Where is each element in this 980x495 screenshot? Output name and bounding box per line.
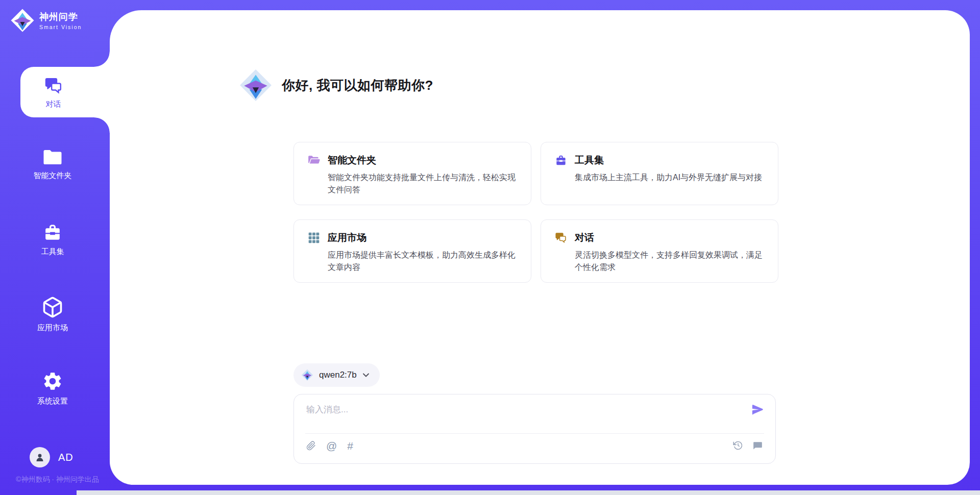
grid-icon [307,231,321,244]
message-input[interactable] [306,404,735,429]
paperclip-icon [306,440,316,451]
at-icon: @ [326,440,337,452]
sidebar: 神州问学 Smart Vision 对话 智能文件夹 [0,0,110,495]
feature-cards: 智能文件夹 智能文件夹功能支持批量文件上传与清洗，轻松实现文件问答 工具集 集成… [293,142,778,283]
history-icon [733,440,743,451]
feedback-button[interactable] [752,440,763,451]
sidebar-item-label: 智能文件夹 [34,171,72,181]
app-logo-icon [239,68,273,102]
card-title: 智能文件夹 [328,154,376,167]
brand-logo-icon [10,8,35,33]
brand-text: 神州问学 Smart Vision [39,11,82,30]
card-title: 工具集 [575,154,604,167]
brand-subtitle: Smart Vision [39,24,82,30]
brand-name: 神州问学 [39,11,82,23]
card-smart-folders[interactable]: 智能文件夹 智能文件夹功能支持批量文件上传与清洗，轻松实现文件问答 [293,142,531,205]
model-selector[interactable]: qwen2:7b [293,363,380,387]
user-name: AD [58,452,74,463]
card-title: 对话 [575,231,594,244]
card-description: 灵活切换多模型文件，支持多样回复效果调试，满足个性化需求 [575,249,765,274]
composer-right-tools [733,440,763,451]
chevron-down-icon [362,373,370,378]
composer-tools: @ # [306,440,353,451]
card-description: 应用市场提供丰富长文本模板，助力高效生成多样化文章内容 [328,249,518,274]
sidebar-item-toolset[interactable]: 工具集 [0,223,105,257]
active-tab-fillet-top [94,52,110,67]
card-chat[interactable]: 对话 灵活切换多模型文件，支持多样回复效果调试，满足个性化需求 [541,219,778,283]
sidebar-item-label: 系统设置 [37,397,68,406]
sidebar-item-label: 工具集 [41,247,64,257]
folder-open-icon [307,154,321,167]
greeting: 你好, 我可以如何帮助你? [239,68,433,103]
chat-icon [42,76,65,96]
active-tab-fillet-bottom [94,117,110,133]
person-icon [34,451,46,463]
toolbox-icon [42,223,63,242]
toolbox-icon [554,154,568,167]
sidebar-item-chat[interactable]: 对话 [20,67,110,117]
attach-button[interactable] [306,440,316,451]
sidebar-item-label: 应用市场 [37,323,68,333]
history-button[interactable] [733,440,743,451]
chat-icon [554,231,568,244]
card-toolset[interactable]: 工具集 集成市场上主流工具，助力AI与外界无缝扩展与对接 [541,142,778,205]
sidebar-item-label: 对话 [46,100,61,109]
cube-icon [41,296,64,318]
gear-icon [42,370,63,392]
sidebar-item-settings[interactable]: 系统设置 [0,370,105,406]
model-name: qwen2:7b [319,370,357,380]
avatar [30,447,50,467]
folder-icon [42,148,63,166]
sidebar-item-smart-folders[interactable]: 智能文件夹 [0,148,105,181]
chat-bubble-icon [752,440,763,451]
user-profile[interactable]: AD [30,447,74,467]
card-title: 应用市场 [328,231,366,244]
card-description: 智能文件夹功能支持批量文件上传与清洗，轻松实现文件问答 [328,171,518,196]
horizontal-scrollbar[interactable] [77,490,980,495]
copyright-text: ©神州数码 · 神州问学出品 [5,475,110,484]
send-icon [751,403,765,416]
greeting-title: 你好, 我可以如何帮助你? [282,77,433,94]
send-button[interactable] [751,403,765,416]
brand: 神州问学 Smart Vision [10,8,82,33]
composer-divider [305,433,764,434]
hash-icon: # [347,440,353,452]
sidebar-item-app-market[interactable]: 应用市场 [0,296,105,333]
message-composer: @ # [293,394,776,464]
model-logo-icon [301,369,313,381]
card-app-market[interactable]: 应用市场 应用市场提供丰富长文本模板，助力高效生成多样化文章内容 [293,219,531,283]
card-description: 集成市场上主流工具，助力AI与外界无缝扩展与对接 [575,171,765,184]
